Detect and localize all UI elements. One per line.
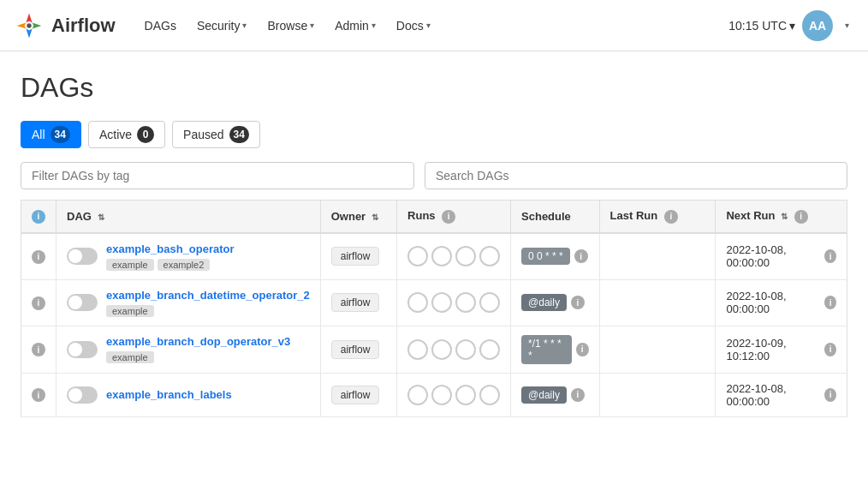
user-menu-button[interactable]: ▾ [840,17,854,33]
table-info-icon[interactable]: i [32,210,45,224]
next-run-cell: 2022-10-09, 10:12:00 i [726,337,836,362]
col-header-runs: Runs i [397,201,511,233]
row-info-icon[interactable]: i [32,388,45,402]
tab-all[interactable]: All 34 [21,121,81,148]
next-run-info-icon[interactable]: i [824,249,836,263]
dag-info: example_branch_labels [106,388,232,401]
row-info-icon[interactable]: i [32,343,45,356]
browse-chevron-icon: ▾ [310,21,314,30]
runs-circles [407,385,500,405]
next-run-value: 2022-10-08, 00:00:00 [726,243,819,269]
col-header-owner[interactable]: Owner ⇅ [320,201,396,233]
runs-circles [407,292,500,313]
nav-admin[interactable]: Admin ▾ [326,14,384,38]
dag-toggle[interactable] [67,386,98,404]
dag-info: example_bash_operator exampleexample2 [106,242,235,271]
nextrun-sort-icon: ⇅ [781,212,788,221]
app-logo[interactable]: Airflow [14,10,116,41]
runs-info-icon[interactable]: i [442,210,455,224]
user-avatar[interactable]: AA [802,10,833,41]
dag-row-inner: example_branch_dop_operator_v3 example [67,335,310,363]
col-header-schedule: Schedule [511,201,600,233]
svg-marker-0 [26,13,32,22]
next-run-info-icon[interactable]: i [824,296,836,309]
admin-chevron-icon: ▾ [372,21,376,30]
next-run-value: 2022-10-09, 10:12:00 [726,337,819,362]
svg-marker-2 [26,28,32,38]
col-header-lastrun: Last Run i [599,201,716,233]
dag-search-input[interactable] [425,162,847,189]
row-info-icon[interactable]: i [32,250,45,264]
dag-tags: example [106,305,310,317]
nav-dags[interactable]: DAGs [136,14,185,38]
owner-badge: airflow [331,386,380,404]
run-circle [431,292,452,313]
nextrun-info-icon[interactable]: i [794,210,808,224]
run-circle [407,292,428,313]
dag-toggle[interactable] [67,341,98,358]
nav-right: 10:15 UTC ▾ AA ▾ [728,10,854,41]
run-circle [407,385,428,405]
main-content: DAGs All 34 Active 0 Paused 34 i DAG [0,51,868,417]
dag-name[interactable]: example_bash_operator [106,242,235,255]
nav-time[interactable]: 10:15 UTC ▾ [728,19,795,33]
filter-tabs: All 34 Active 0 Paused 34 [21,121,847,148]
table-header-row: i DAG ⇅ Owner ⇅ Runs i Schedule [21,201,847,233]
nav-docs[interactable]: Docs ▾ [388,14,439,38]
dag-sort-icon: ⇅ [98,213,104,222]
row-info-icon[interactable]: i [32,296,45,310]
owner-sort-icon: ⇅ [372,213,378,222]
dag-tag[interactable]: example [106,259,154,271]
table-row: i example_branch_labels airflow @daily i… [21,373,847,416]
dag-toggle[interactable] [67,294,98,311]
table-row: i example_bash_operator exampleexample2 … [21,233,847,280]
dag-row-inner: example_bash_operator exampleexample2 [67,242,310,271]
dag-name[interactable]: example_branch_dop_operator_v3 [106,335,290,348]
run-circle [455,339,476,360]
tab-active[interactable]: Active 0 [88,121,165,148]
nav-security[interactable]: Security ▾ [188,14,256,38]
run-circle [431,339,452,360]
schedule-info-icon[interactable]: i [571,296,585,309]
dag-name[interactable]: example_branch_datetime_operator_2 [106,289,310,302]
dag-tag[interactable]: example2 [158,259,211,271]
run-circle [431,385,452,405]
schedule-badge: 0 0 * * * [521,248,570,265]
next-run-info-icon[interactable]: i [824,343,836,356]
schedule-badge: @daily [521,294,567,311]
time-chevron-icon: ▾ [789,19,795,33]
runs-circles [407,339,500,360]
owner-badge: airflow [331,247,380,266]
docs-chevron-icon: ▾ [426,21,431,30]
tab-paused[interactable]: Paused 34 [172,121,260,148]
schedule-info-icon[interactable]: i [576,343,589,356]
run-circle [479,292,500,313]
run-circle [407,339,428,360]
schedule-info-icon[interactable]: i [574,249,588,263]
dag-tag[interactable]: example [106,305,154,317]
col-header-nextrun[interactable]: Next Run ⇅ i [716,201,847,233]
nav-browse[interactable]: Browse ▾ [259,14,323,38]
tag-filter-input[interactable] [21,162,414,189]
user-chevron-icon: ▾ [845,21,849,30]
col-header-dag[interactable]: DAG ⇅ [56,201,321,233]
run-circle [431,246,452,266]
schedule-info-icon[interactable]: i [571,388,585,402]
next-run-info-icon[interactable]: i [824,388,836,402]
svg-marker-1 [33,22,42,28]
dag-toggle[interactable] [67,248,98,265]
nav-menu: DAGs Security ▾ Browse ▾ Admin ▾ Docs ▾ [136,14,722,38]
table-row: i example_branch_dop_operator_v3 example… [21,326,847,373]
schedule-badge: */1 * * * * [521,335,572,364]
run-circle [479,339,500,360]
dag-row-inner: example_branch_labels [67,386,310,404]
dag-tags: example [106,351,290,363]
lastrun-info-icon[interactable]: i [664,210,678,224]
schedule-badge: @daily [521,386,567,404]
dag-tag[interactable]: example [106,351,154,363]
dag-info: example_branch_dop_operator_v3 example [106,335,290,363]
dag-name[interactable]: example_branch_labels [106,388,232,401]
run-circle [407,246,428,266]
owner-badge: airflow [331,340,380,359]
run-circle [455,246,476,266]
